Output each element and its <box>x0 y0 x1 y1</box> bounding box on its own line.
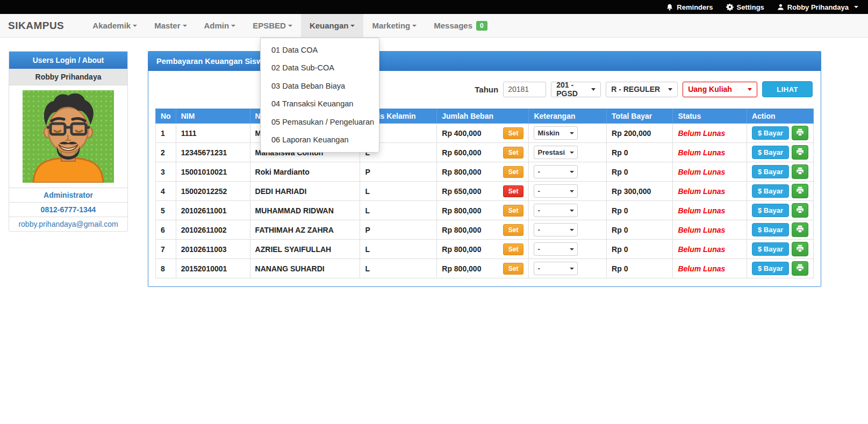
nav-item-admin[interactable]: Admin <box>196 14 245 37</box>
status-badge: Belum Lunas <box>678 226 725 234</box>
caret-down-icon <box>570 190 574 192</box>
print-button[interactable] <box>792 126 808 140</box>
set-button[interactable]: Set <box>503 185 524 197</box>
class-select[interactable]: R - REGULER <box>606 82 678 97</box>
cell-keterangan: Miskin <box>529 124 607 143</box>
payment-type-select[interactable]: Uang Kuliah <box>683 82 757 97</box>
sidebar-email-link[interactable]: robby.prihandaya@gmail.com <box>9 217 127 231</box>
printer-icon <box>796 264 804 274</box>
program-select[interactable]: 201 - PGSD <box>551 82 601 97</box>
cell-nama: FATHIMAH AZ ZAHRA <box>250 220 360 240</box>
keterangan-select[interactable]: - <box>534 165 578 178</box>
cell-jenis-kelamin: L <box>360 259 437 278</box>
printer-icon <box>796 128 804 138</box>
menu-item-pemasukan-pengeluaran[interactable]: 05 Pemasukan / Pengeluaran <box>261 113 379 131</box>
set-button[interactable]: Set <box>503 243 524 255</box>
cell-action: $ Bayar <box>747 143 813 162</box>
menu-item-data-sub-coa[interactable]: 02 Data Sub-COA <box>261 59 379 77</box>
cell-jumlah-beban: Rp 800,000 Set <box>437 240 529 259</box>
caret-down-icon <box>231 25 235 27</box>
print-button[interactable] <box>792 145 808 160</box>
caret-down-icon <box>570 132 574 134</box>
print-button[interactable] <box>792 164 808 179</box>
set-button[interactable]: Set <box>503 166 524 178</box>
sidebar-role-link[interactable]: Administrator <box>9 188 127 203</box>
user-menu[interactable]: Robby Prihandaya <box>777 3 858 11</box>
printer-icon <box>796 206 804 215</box>
print-button[interactable] <box>792 261 808 276</box>
cell-jumlah-beban: Rp 400,000 Set <box>437 124 529 143</box>
reminders-link[interactable]: Reminders <box>666 3 713 11</box>
menu-item-laporan-keuangan[interactable]: 06 Laporan Keuangan <box>261 131 379 149</box>
bayar-button[interactable]: $ Bayar <box>752 242 789 256</box>
cell-nama: Roki Mardianto <box>250 162 360 182</box>
cell-nim: 1111 <box>176 124 250 143</box>
cell-keterangan: - <box>529 162 607 182</box>
cell-total-bayar: Rp 200,000 <box>607 124 673 143</box>
bayar-button[interactable]: $ Bayar <box>752 204 789 217</box>
bayar-button[interactable]: $ Bayar <box>752 223 789 236</box>
menu-item-data-beban-biaya[interactable]: 03 Data Beban Biaya <box>261 77 379 95</box>
nav-item-master[interactable]: Master <box>146 14 195 37</box>
nav-item-akademik[interactable]: Akademik <box>84 14 146 37</box>
table-head: No NIM Nama Jenis Kelamin Jumlah Beban K… <box>156 109 814 124</box>
caret-down-icon <box>570 210 574 212</box>
settings-link[interactable]: Settings <box>726 3 764 11</box>
cell-keterangan: - <box>529 201 607 220</box>
set-button[interactable]: Set <box>503 224 524 236</box>
caret-down-icon <box>570 268 574 270</box>
lihat-button[interactable]: LIHAT <box>762 81 813 97</box>
keterangan-select[interactable]: - <box>534 184 578 198</box>
sidebar-user-name: Robby Prihandaya <box>9 69 127 85</box>
cell-total-bayar: Rp 0 <box>607 240 673 259</box>
avatar <box>9 85 127 188</box>
cell-no: 7 <box>156 240 176 259</box>
cell-action: $ Bayar <box>747 182 813 201</box>
cell-jumlah-beban: Rp 650,000 Set <box>437 182 529 201</box>
print-button[interactable] <box>792 222 808 237</box>
caret-down-icon <box>570 229 574 231</box>
keterangan-select[interactable]: - <box>534 242 578 256</box>
year-input[interactable] <box>503 82 546 97</box>
cell-status: Belum Lunas <box>673 259 747 278</box>
menu-item-transaksi-keuangan[interactable]: 04 Transaksi Keuangan <box>261 95 379 113</box>
status-badge: Belum Lunas <box>678 206 725 215</box>
set-button[interactable]: Set <box>503 263 524 275</box>
caret-down-icon <box>133 25 137 27</box>
keterangan-select[interactable]: - <box>534 223 578 236</box>
keterangan-select[interactable]: Miskin <box>534 126 578 140</box>
header-nim: NIM <box>176 109 250 124</box>
print-button[interactable] <box>792 242 808 256</box>
bayar-button[interactable]: $ Bayar <box>752 184 789 198</box>
set-button[interactable]: Set <box>503 127 524 139</box>
bayar-button[interactable]: $ Bayar <box>752 165 789 178</box>
cell-total-bayar: Rp 0 <box>607 259 673 278</box>
keterangan-select[interactable]: - <box>534 204 578 217</box>
set-button[interactable]: Set <box>503 205 524 217</box>
cell-keterangan: - <box>529 259 607 278</box>
sidebar-phone-link[interactable]: 0812-6777-1344 <box>9 203 127 217</box>
payments-table: No NIM Nama Jenis Kelamin Jumlah Beban K… <box>155 109 814 278</box>
bayar-button[interactable]: $ Bayar <box>752 262 789 275</box>
nav-item-marketing[interactable]: Marketing <box>363 14 425 37</box>
nav-item-keuangan[interactable]: Keuangan <box>301 14 364 37</box>
set-button[interactable]: Set <box>503 147 524 159</box>
print-button[interactable] <box>792 203 808 218</box>
cell-jumlah-beban: Rp 800,000 Set <box>437 201 529 220</box>
bayar-button[interactable]: $ Bayar <box>752 126 789 140</box>
menu-item-data-coa[interactable]: 01 Data COA <box>261 41 379 59</box>
keterangan-select[interactable]: Prestasi <box>534 146 578 159</box>
nav-item-epsbed[interactable]: EPSBED <box>244 14 301 37</box>
nav-item-messages[interactable]: Messages0 <box>425 14 496 37</box>
status-badge: Belum Lunas <box>678 264 725 273</box>
keterangan-select[interactable]: - <box>534 262 578 275</box>
brand-logo[interactable]: SIKAMPUS <box>0 14 72 37</box>
print-button[interactable] <box>792 184 808 198</box>
cell-jenis-kelamin: P <box>360 162 437 182</box>
caret-down-icon <box>570 171 574 173</box>
table-row: 3 15001010021 Roki Mardianto P Rp 800,00… <box>156 162 814 182</box>
cell-action: $ Bayar <box>747 201 813 220</box>
table-row: 4 15002012252 DEDI HARIADI L Rp 650,000 … <box>156 182 814 201</box>
bayar-button[interactable]: $ Bayar <box>752 146 789 159</box>
cell-status: Belum Lunas <box>673 240 747 259</box>
